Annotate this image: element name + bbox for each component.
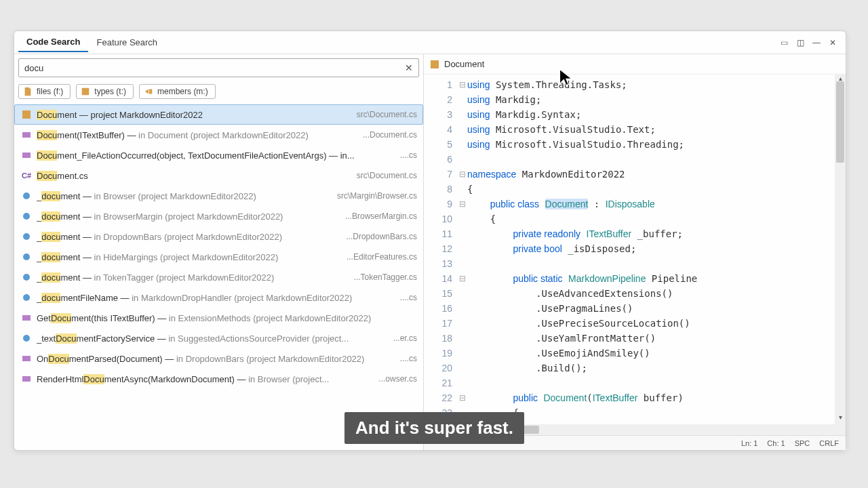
result-icon [20, 312, 33, 324]
tab-feature-search[interactable]: Feature Search [88, 33, 165, 52]
minimize-icon[interactable]: — [810, 37, 823, 49]
search-box[interactable]: ✕ [18, 58, 419, 77]
svg-point-5 [23, 253, 30, 260]
svg-point-4 [23, 233, 30, 240]
result-text: OnDocumentParsed(Document) — in Dropdown… [37, 354, 396, 364]
result-icon [20, 108, 33, 121]
result-text: Document_FileActionOccurred(object, Text… [37, 150, 396, 161]
results-list: Document — project MarkdownEditor2022src… [14, 104, 423, 450]
result-row[interactable]: _textDocumentFactoryService — in Suggest… [14, 328, 423, 348]
result-row[interactable]: Document(ITextBuffer) — in Document (pro… [14, 125, 423, 145]
result-text: RenderHtmlDocumentAsync(MarkdownDocument… [37, 374, 374, 384]
search-panel: ✕ files (f:) types (t:) members (m:) Doc… [14, 54, 424, 450]
result-path: src\Document.cs [357, 171, 417, 180]
result-icon [20, 332, 33, 344]
line-gutter: 1234567891011121314151617181920212223 [424, 75, 458, 424]
result-row[interactable]: Document — project MarkdownEditor2022src… [14, 104, 423, 125]
chip-label: files (f:) [37, 87, 63, 96]
class-icon [429, 59, 440, 70]
result-icon [20, 210, 33, 222]
chip-types[interactable]: types (t:) [76, 84, 134, 99]
result-path: ....cs [400, 150, 417, 160]
result-text: _textDocumentFactoryService — in Suggest… [37, 333, 389, 344]
svg-rect-1 [22, 110, 31, 119]
result-text: _documentFileName — in MarkdownDropHandl… [37, 293, 396, 303]
fold-column[interactable]: ⊟⊟⊟⊟⊟ [458, 75, 467, 424]
result-icon [20, 149, 33, 161]
result-icon [20, 291, 33, 304]
result-icon [20, 230, 33, 243]
video-caption: And it's super fast. [344, 412, 524, 444]
result-icon [20, 129, 33, 141]
status-crlf: CRLF [819, 439, 839, 447]
chip-label: types (t:) [94, 87, 126, 96]
result-row[interactable]: OnDocumentParsed(Document) — in Dropdown… [14, 348, 423, 369]
result-icon [20, 352, 33, 365]
svg-rect-0 [82, 88, 90, 96]
result-row[interactable]: _document — in Browser (project Markdown… [14, 186, 423, 206]
result-icon [20, 271, 33, 283]
result-text: _document — in Browser (project Markdown… [37, 191, 333, 201]
result-path: src\Margin\Browser.cs [337, 191, 417, 201]
preview-panel: Document 1234567891011121314151617181920… [424, 54, 846, 450]
result-text: Document — project MarkdownEditor2022 [37, 110, 353, 120]
result-path: ...TokenTagger.cs [354, 272, 417, 282]
result-text: _document — in HideMargings (project Mar… [37, 252, 342, 262]
svg-point-2 [23, 192, 30, 199]
tab-bar: Code Search Feature Search ▭ ◫ — ✕ [14, 31, 846, 54]
result-path: ....cs [400, 354, 417, 363]
clear-icon[interactable]: ✕ [399, 62, 418, 73]
result-path: ...owser.cs [378, 374, 417, 384]
result-text: _document — in BrowserMargin (project Ma… [37, 211, 341, 222]
svg-point-3 [23, 213, 30, 220]
svg-point-7 [23, 294, 30, 301]
code-search-window: Code Search Feature Search ▭ ◫ — ✕ ✕ fil… [14, 30, 846, 451]
chip-members[interactable]: members (m:) [139, 84, 216, 99]
svg-point-6 [23, 274, 30, 281]
result-path: ...EditorFeatures.cs [347, 252, 417, 262]
result-text: _document — in DropdownBars (project Mar… [37, 232, 342, 242]
filter-chips: files (f:) types (t:) members (m:) [14, 80, 423, 104]
chip-label: members (m:) [157, 87, 208, 96]
vertical-scrollbar[interactable]: ▴ ▾ [835, 75, 846, 424]
svg-point-8 [23, 335, 30, 342]
preview-title: Document [444, 59, 484, 69]
result-icon [20, 373, 33, 385]
result-path: ....cs [400, 293, 417, 302]
result-row[interactable]: _document — in BrowserMargin (project Ma… [14, 206, 423, 226]
result-icon [20, 190, 33, 202]
result-row[interactable]: C#Document.cssrc\Document.cs [14, 165, 423, 186]
result-path: ...DropdownBars.cs [346, 232, 417, 241]
code-area[interactable]: using System.Threading.Tasks; using Mark… [467, 75, 835, 424]
result-path: ...BrowserMargin.cs [345, 211, 417, 221]
result-path: src\Document.cs [357, 110, 417, 119]
result-row[interactable]: _documentFileName — in MarkdownDropHandl… [14, 287, 423, 308]
result-row[interactable]: RenderHtmlDocumentAsync(MarkdownDocument… [14, 369, 423, 389]
status-ch: Ch: 1 [767, 439, 785, 447]
result-text: _document — in TokenTagger (project Mark… [37, 272, 350, 283]
result-row[interactable]: _document — in HideMargings (project Mar… [14, 247, 423, 267]
result-row[interactable]: _document — in DropdownBars (project Mar… [14, 226, 423, 247]
tab-code-search[interactable]: Code Search [18, 33, 88, 52]
scroll-thumb[interactable] [836, 81, 844, 163]
code-editor[interactable]: 1234567891011121314151617181920212223 ⊟⊟… [424, 75, 846, 424]
search-input[interactable] [19, 63, 399, 73]
preview-header: Document [424, 54, 846, 75]
result-icon [20, 251, 33, 263]
scroll-down-icon[interactable]: ▾ [835, 413, 846, 424]
result-path: ...Document.cs [363, 130, 417, 140]
result-row[interactable]: _document — in TokenTagger (project Mark… [14, 267, 423, 287]
result-row[interactable]: GetDocument(this ITextBuffer) — in Exten… [14, 308, 423, 328]
status-ln: Ln: 1 [741, 439, 757, 447]
result-text: Document(ITextBuffer) — in Document (pro… [37, 130, 359, 140]
split-icon[interactable]: ◫ [794, 37, 806, 49]
status-spc: SPC [795, 439, 810, 447]
dock-icon[interactable]: ▭ [778, 37, 790, 49]
result-path: ...er.cs [393, 333, 417, 343]
result-text: GetDocument(this ITextBuffer) — in Exten… [37, 313, 413, 323]
result-text: Document.cs [37, 171, 353, 181]
close-icon[interactable]: ✕ [827, 37, 839, 49]
chip-files[interactable]: files (f:) [18, 84, 71, 99]
result-row[interactable]: Document_FileActionOccurred(object, Text… [14, 145, 423, 165]
result-icon: C# [20, 169, 33, 182]
